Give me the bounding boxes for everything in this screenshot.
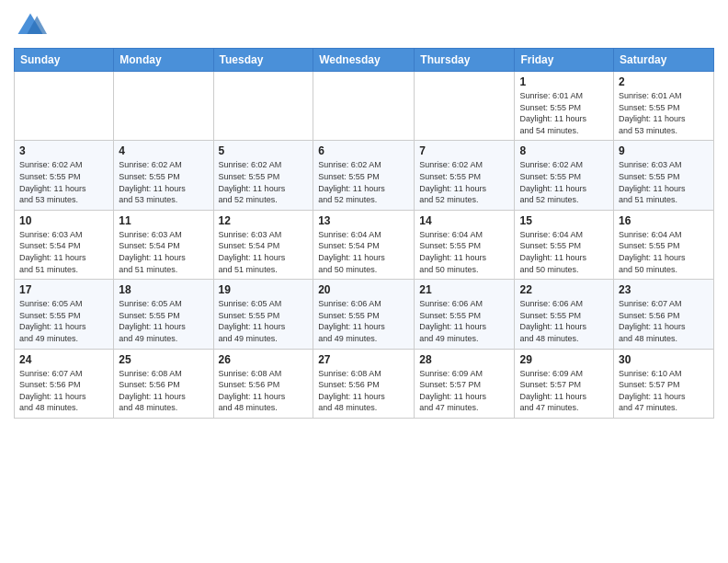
day-info: Sunrise: 6:04 AM Sunset: 5:55 PM Dayligh… <box>519 229 609 275</box>
calendar-week-row: 1Sunrise: 6:01 AM Sunset: 5:55 PM Daylig… <box>15 72 714 141</box>
calendar-cell: 24Sunrise: 6:07 AM Sunset: 5:56 PM Dayli… <box>15 349 114 418</box>
day-info: Sunrise: 6:08 AM Sunset: 5:56 PM Dayligh… <box>219 368 309 414</box>
calendar-cell: 30Sunrise: 6:10 AM Sunset: 5:57 PM Dayli… <box>614 349 714 418</box>
calendar-cell: 2Sunrise: 6:01 AM Sunset: 5:55 PM Daylig… <box>614 72 714 141</box>
calendar-cell: 25Sunrise: 6:08 AM Sunset: 5:56 PM Dayli… <box>114 349 213 418</box>
calendar-day-header: Wednesday <box>313 49 415 72</box>
calendar-cell: 17Sunrise: 6:05 AM Sunset: 5:55 PM Dayli… <box>15 280 114 349</box>
day-number: 18 <box>119 283 208 296</box>
day-info: Sunrise: 6:03 AM Sunset: 5:55 PM Dayligh… <box>619 159 709 205</box>
calendar-week-row: 24Sunrise: 6:07 AM Sunset: 5:56 PM Dayli… <box>15 349 714 418</box>
day-info: Sunrise: 6:01 AM Sunset: 5:55 PM Dayligh… <box>519 90 609 136</box>
day-number: 22 <box>519 283 609 296</box>
calendar-cell: 9Sunrise: 6:03 AM Sunset: 5:55 PM Daylig… <box>614 141 714 210</box>
day-info: Sunrise: 6:03 AM Sunset: 5:54 PM Dayligh… <box>219 229 309 275</box>
calendar-cell: 26Sunrise: 6:08 AM Sunset: 5:56 PM Dayli… <box>213 349 313 418</box>
page: SundayMondayTuesdayWednesdayThursdayFrid… <box>0 0 728 428</box>
day-number: 28 <box>419 353 509 366</box>
day-info: Sunrise: 6:04 AM Sunset: 5:55 PM Dayligh… <box>419 229 509 275</box>
calendar-cell: 14Sunrise: 6:04 AM Sunset: 5:55 PM Dayli… <box>415 210 515 279</box>
calendar-cell: 23Sunrise: 6:07 AM Sunset: 5:56 PM Dayli… <box>614 280 714 349</box>
calendar: SundayMondayTuesdayWednesdayThursdayFrid… <box>14 48 714 419</box>
day-number: 23 <box>619 283 709 296</box>
calendar-cell <box>15 72 114 141</box>
calendar-cell: 28Sunrise: 6:09 AM Sunset: 5:57 PM Dayli… <box>415 349 515 418</box>
day-number: 26 <box>219 353 309 366</box>
calendar-cell <box>415 72 515 141</box>
day-number: 13 <box>318 214 409 227</box>
calendar-cell: 18Sunrise: 6:05 AM Sunset: 5:55 PM Dayli… <box>114 280 213 349</box>
calendar-cell: 11Sunrise: 6:03 AM Sunset: 5:54 PM Dayli… <box>114 210 213 279</box>
day-number: 27 <box>318 353 409 366</box>
calendar-day-header: Tuesday <box>213 49 313 72</box>
day-number: 30 <box>619 353 709 366</box>
header <box>14 9 714 42</box>
day-number: 29 <box>519 353 609 366</box>
day-info: Sunrise: 6:07 AM Sunset: 5:56 PM Dayligh… <box>19 368 108 414</box>
day-number: 15 <box>519 214 609 227</box>
calendar-cell: 15Sunrise: 6:04 AM Sunset: 5:55 PM Dayli… <box>515 210 614 279</box>
day-info: Sunrise: 6:08 AM Sunset: 5:56 PM Dayligh… <box>318 368 409 414</box>
day-info: Sunrise: 6:05 AM Sunset: 5:55 PM Dayligh… <box>219 298 309 344</box>
calendar-cell <box>213 72 313 141</box>
calendar-week-row: 17Sunrise: 6:05 AM Sunset: 5:55 PM Dayli… <box>15 280 714 349</box>
calendar-cell: 22Sunrise: 6:06 AM Sunset: 5:55 PM Dayli… <box>515 280 614 349</box>
day-info: Sunrise: 6:03 AM Sunset: 5:54 PM Dayligh… <box>119 229 208 275</box>
day-number: 19 <box>219 283 309 296</box>
day-number: 14 <box>419 214 509 227</box>
day-info: Sunrise: 6:08 AM Sunset: 5:56 PM Dayligh… <box>119 368 208 414</box>
day-info: Sunrise: 6:01 AM Sunset: 5:55 PM Dayligh… <box>619 90 709 136</box>
day-info: Sunrise: 6:09 AM Sunset: 5:57 PM Dayligh… <box>519 368 609 414</box>
day-info: Sunrise: 6:09 AM Sunset: 5:57 PM Dayligh… <box>419 368 509 414</box>
day-info: Sunrise: 6:07 AM Sunset: 5:56 PM Dayligh… <box>619 298 709 344</box>
calendar-cell: 8Sunrise: 6:02 AM Sunset: 5:55 PM Daylig… <box>515 141 614 210</box>
logo <box>14 9 52 42</box>
day-number: 16 <box>619 214 709 227</box>
day-number: 25 <box>119 353 208 366</box>
calendar-cell: 5Sunrise: 6:02 AM Sunset: 5:55 PM Daylig… <box>213 141 313 210</box>
day-info: Sunrise: 6:06 AM Sunset: 5:55 PM Dayligh… <box>519 298 609 344</box>
day-number: 21 <box>419 283 509 296</box>
calendar-cell: 19Sunrise: 6:05 AM Sunset: 5:55 PM Dayli… <box>213 280 313 349</box>
calendar-day-header: Thursday <box>415 49 515 72</box>
calendar-header-row: SundayMondayTuesdayWednesdayThursdayFrid… <box>15 49 714 72</box>
calendar-cell: 12Sunrise: 6:03 AM Sunset: 5:54 PM Dayli… <box>213 210 313 279</box>
day-number: 10 <box>19 214 108 227</box>
calendar-cell: 29Sunrise: 6:09 AM Sunset: 5:57 PM Dayli… <box>515 349 614 418</box>
day-info: Sunrise: 6:02 AM Sunset: 5:55 PM Dayligh… <box>219 159 309 205</box>
calendar-day-header: Friday <box>515 49 614 72</box>
calendar-cell: 20Sunrise: 6:06 AM Sunset: 5:55 PM Dayli… <box>313 280 415 349</box>
day-info: Sunrise: 6:03 AM Sunset: 5:54 PM Dayligh… <box>19 229 108 275</box>
calendar-cell: 7Sunrise: 6:02 AM Sunset: 5:55 PM Daylig… <box>415 141 515 210</box>
day-info: Sunrise: 6:04 AM Sunset: 5:54 PM Dayligh… <box>318 229 409 275</box>
day-number: 6 <box>318 144 409 157</box>
calendar-cell: 16Sunrise: 6:04 AM Sunset: 5:55 PM Dayli… <box>614 210 714 279</box>
day-number: 7 <box>419 144 509 157</box>
day-number: 11 <box>119 214 208 227</box>
calendar-cell: 13Sunrise: 6:04 AM Sunset: 5:54 PM Dayli… <box>313 210 415 279</box>
calendar-cell: 10Sunrise: 6:03 AM Sunset: 5:54 PM Dayli… <box>15 210 114 279</box>
calendar-cell: 6Sunrise: 6:02 AM Sunset: 5:55 PM Daylig… <box>313 141 415 210</box>
calendar-cell: 4Sunrise: 6:02 AM Sunset: 5:55 PM Daylig… <box>114 141 213 210</box>
calendar-cell: 27Sunrise: 6:08 AM Sunset: 5:56 PM Dayli… <box>313 349 415 418</box>
calendar-cell: 21Sunrise: 6:06 AM Sunset: 5:55 PM Dayli… <box>415 280 515 349</box>
day-number: 8 <box>519 144 609 157</box>
day-number: 1 <box>519 75 609 88</box>
calendar-cell: 3Sunrise: 6:02 AM Sunset: 5:55 PM Daylig… <box>15 141 114 210</box>
calendar-week-row: 3Sunrise: 6:02 AM Sunset: 5:55 PM Daylig… <box>15 141 714 210</box>
day-number: 12 <box>219 214 309 227</box>
day-info: Sunrise: 6:10 AM Sunset: 5:57 PM Dayligh… <box>619 368 709 414</box>
calendar-cell <box>114 72 213 141</box>
day-info: Sunrise: 6:05 AM Sunset: 5:55 PM Dayligh… <box>119 298 208 344</box>
day-info: Sunrise: 6:06 AM Sunset: 5:55 PM Dayligh… <box>318 298 409 344</box>
calendar-cell <box>313 72 415 141</box>
logo-icon <box>14 9 47 42</box>
calendar-cell: 1Sunrise: 6:01 AM Sunset: 5:55 PM Daylig… <box>515 72 614 141</box>
day-number: 17 <box>19 283 108 296</box>
day-number: 20 <box>318 283 409 296</box>
day-info: Sunrise: 6:04 AM Sunset: 5:55 PM Dayligh… <box>619 229 709 275</box>
day-number: 5 <box>219 144 309 157</box>
day-info: Sunrise: 6:05 AM Sunset: 5:55 PM Dayligh… <box>19 298 108 344</box>
day-number: 3 <box>19 144 108 157</box>
day-info: Sunrise: 6:02 AM Sunset: 5:55 PM Dayligh… <box>318 159 409 205</box>
